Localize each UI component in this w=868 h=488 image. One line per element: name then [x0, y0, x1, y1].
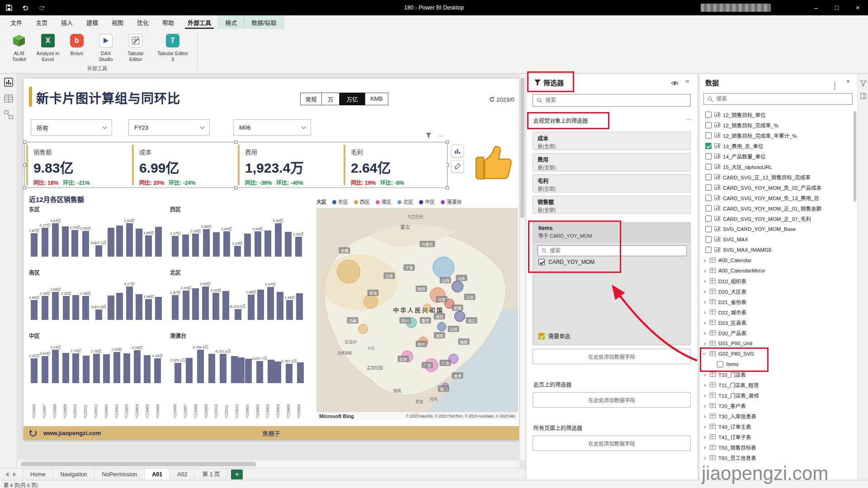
map-legend-item-中区[interactable]: 中区: [419, 198, 435, 205]
selection-handle[interactable]: [23, 141, 26, 144]
field-row-12_销售目标_单位[interactable]: 12_销售目标_单位: [699, 109, 854, 120]
table-row-D30_产品表[interactable]: ›D30_产品表: [699, 328, 854, 338]
add-field-dropzone-page[interactable]: 在此处添加数据字段: [533, 392, 691, 408]
visual-type-button[interactable]: [451, 145, 464, 157]
checkbox-unchecked[interactable]: [705, 174, 712, 180]
field-row-SVG_MAX[interactable]: SVG_MAX: [699, 234, 854, 244]
map-legend-item-西区[interactable]: 西区: [354, 198, 370, 205]
checkbox-unchecked[interactable]: [705, 164, 712, 170]
selection-handle[interactable]: [446, 141, 449, 144]
table-row-T50_销售目标表[interactable]: ›T50_销售目标表: [699, 442, 854, 452]
model-view-icon[interactable]: [0, 107, 17, 123]
filters-collapse-icon[interactable]: »: [685, 77, 689, 84]
field-row-12_销售目标_完成率_年累计_%[interactable]: 12_销售目标_完成率_年累计_%: [699, 130, 854, 141]
kpi-card-毛利[interactable]: 毛利2.64亿同比: 19%环比: -8%: [344, 145, 447, 185]
tool-tabular-editor[interactable]: Tabular Editor: [121, 32, 150, 62]
unit-button-万[interactable]: 万: [321, 93, 340, 105]
bar-chart-东区[interactable]: 1.87亿2.27亿2.64亿2.10亿2.05亿8,827.2万2.63亿1.…: [29, 213, 163, 257]
data-panel-collapse-icon[interactable]: [835, 82, 835, 90]
table-row-G01_P90_Unit[interactable]: ›G01_P90_Unit: [699, 338, 854, 348]
tool-analyze-in-excel[interactable]: XAnalyze in Excel: [34, 32, 61, 62]
chevron-right-icon[interactable]: ›: [703, 289, 707, 294]
chevron-right-icon[interactable]: ›: [703, 414, 707, 418]
add-field-dropzone-visual[interactable]: 在此处添加数据字段: [533, 349, 691, 364]
checkbox-amber-checked[interactable]: [538, 333, 545, 339]
new-page-button[interactable]: +: [231, 469, 243, 479]
ribbon-tab-优化[interactable]: 优化: [130, 15, 156, 29]
tool-dax-studio[interactable]: DAX Studio: [92, 32, 119, 62]
data-search-input[interactable]: [716, 96, 849, 102]
filter-card-毛利[interactable]: 毛利是(全部): [533, 174, 691, 192]
table-row-G02_P80_SVG[interactable]: ›G02_P80_SVG: [699, 348, 854, 359]
visual-more-options-icon[interactable]: …: [438, 131, 443, 138]
checkbox-unchecked[interactable]: [705, 112, 712, 118]
filters-section-more-icon[interactable]: …: [685, 114, 692, 121]
filters-search[interactable]: [533, 94, 691, 107]
chevron-right-icon[interactable]: ›: [703, 268, 707, 273]
table-row-A00_CalendarMirror[interactable]: ›A00_CalendarMirror: [699, 265, 854, 276]
bar-chart-南区[interactable]: 1.89亿2.26亿2.66亿2.25亿2.28亿9,872.8万3.17亿1.…: [29, 277, 163, 320]
field-row-SVG_MAX_IMAMGE[interactable]: SVG_MAX_IMAMGE: [699, 244, 854, 255]
minimize-button[interactable]: –: [806, 0, 826, 15]
refresh-date[interactable]: 2023/0: [489, 95, 518, 104]
chevron-right-icon[interactable]: ›: [703, 310, 707, 314]
table-row-D10_组织表[interactable]: ›D10_组织表: [699, 276, 854, 286]
map-legend-item-南区[interactable]: 南区: [376, 198, 392, 205]
table-row-D23_区县表[interactable]: ›D23_区县表: [699, 317, 854, 328]
table-row-T10_门店表[interactable]: ›T10_门店表: [699, 369, 854, 380]
data-panel-scrollbar-thumb[interactable]: [854, 111, 856, 202]
chevron-right-icon[interactable]: ›: [703, 372, 707, 377]
checkbox-checked[interactable]: [538, 259, 545, 265]
table-row-A00_Calendar[interactable]: ›A00_Calendar: [699, 255, 854, 265]
filter-card-成本[interactable]: 成本是(全部): [533, 132, 691, 150]
page-nav-next-icon[interactable]: [13, 472, 16, 477]
field-row-SVG_CARD_YOY_MOM_Base[interactable]: SVG_CARD_YOY_MOM_Base: [699, 224, 854, 234]
table-row-T60_员工信息表[interactable]: ›T60_员工信息表: [699, 452, 854, 463]
selection-handle[interactable]: [234, 141, 237, 144]
field-row-12_销售目标_完成率_%[interactable]: 12_销售目标_完成率_%: [699, 120, 854, 130]
checkbox-unchecked[interactable]: [705, 205, 712, 211]
page-tab-第 1 页[interactable]: 第 1 页: [195, 469, 227, 480]
ribbon-tab-建模[interactable]: 建模: [80, 15, 105, 29]
bar-chart-港澳台[interactable]: 2,923.1万4,754.5万4,212.6万3,207.7万2,767.3万: [170, 340, 304, 383]
table-row-T11_门店表_租赁[interactable]: ›T11_门店表_租赁: [699, 380, 854, 390]
kpi-card-费用[interactable]: 费用1,923.4万同比: -36%环比: -40%: [238, 145, 341, 185]
slicer-dropdown-2[interactable]: FY23: [128, 119, 210, 136]
chevron-right-icon[interactable]: ›: [703, 320, 707, 325]
chevron-right-icon[interactable]: ›: [703, 435, 707, 439]
chevron-right-icon[interactable]: ›: [703, 393, 707, 398]
ribbon-tab-格式[interactable]: 格式: [218, 15, 244, 29]
ribbon-tab-插入[interactable]: 插入: [54, 15, 80, 29]
filters-visibility-icon[interactable]: [671, 80, 679, 88]
add-field-dropzone-all-pages[interactable]: 在此处添加数据字段: [533, 436, 691, 451]
field-row-CARD_SVG_YOY_MOM_负_13_费用_总[interactable]: CARD_SVG_YOY_MOM_负_13_费用_总: [699, 192, 854, 203]
bar-chart-中区[interactable]: 2.32亿2.54亿3.14亿2.79亿2.75亿2.93亿3.08亿2.34亿: [29, 340, 163, 383]
ribbon-tab-外部工具[interactable]: 外部工具: [181, 15, 218, 29]
checkbox-unchecked[interactable]: [705, 184, 712, 191]
slicer-dropdown-3[interactable]: M06: [233, 119, 311, 136]
table-row-T20_客户表[interactable]: ›T20_客户表: [699, 400, 854, 411]
map-legend-item-港澳台[interactable]: 港澳台: [441, 198, 462, 205]
table-row-T12_门店表_装修[interactable]: ›T12_门店表_装修: [699, 390, 854, 400]
ribbon-tab-主页[interactable]: 主页: [29, 15, 54, 29]
field-row-CARD_SVG_YOY_MOM_负_02_产品成本[interactable]: CARD_SVG_YOY_MOM_负_02_产品成本: [699, 182, 854, 192]
page-tab-A02[interactable]: A02: [170, 469, 195, 480]
bar-chart-北区[interactable]: 1.87亿2.20亿2.50亿2.02亿8,223.5万1.88亿2.47亿1.…: [170, 277, 304, 320]
field-row-13_费用_总_单位[interactable]: 13_费用_总_单位: [699, 141, 854, 151]
chevron-right-icon[interactable]: ›: [703, 300, 707, 304]
canvas-vertical-scrollbar-thumb[interactable]: [520, 78, 524, 218]
page-tab-NoPermission[interactable]: NoPermission: [94, 469, 145, 480]
visual-filter-icon[interactable]: [426, 133, 431, 140]
chevron-right-icon[interactable]: ›: [703, 341, 707, 346]
chevron-right-icon[interactable]: ›: [703, 455, 707, 460]
tool-bravo[interactable]: bBravo: [63, 32, 90, 56]
field-row-14_产品数量_单位[interactable]: 14_产品数量_单位: [699, 151, 854, 161]
format-brush-button[interactable]: [451, 160, 464, 173]
chevron-right-icon[interactable]: ›: [703, 383, 707, 387]
checkbox-unchecked[interactable]: [705, 216, 712, 222]
checkbox-unchecked[interactable]: [705, 132, 712, 139]
unit-button-KMB[interactable]: KMB: [365, 93, 388, 105]
data-search[interactable]: [703, 93, 853, 105]
field-row-15_大区_idphotoURL[interactable]: 15_大区_idphotoURL: [699, 161, 854, 172]
field-row-CARD_SVG_YOY_MOM_正_01_销售金额[interactable]: CARD_SVG_YOY_MOM_正_01_销售金额: [699, 203, 854, 213]
